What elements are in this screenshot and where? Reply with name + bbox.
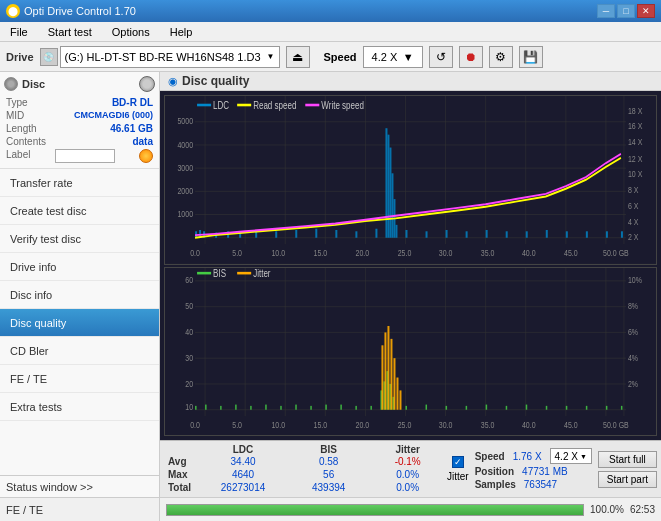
- eject-button[interactable]: ⏏: [286, 46, 310, 68]
- minimize-button[interactable]: ─: [597, 4, 615, 18]
- svg-rect-156: [393, 358, 395, 410]
- svg-rect-67: [486, 230, 488, 238]
- chart-header-icon: ◉: [168, 75, 178, 88]
- sidebar: Disc Type BD-R DL MID CMCMAGDI6 (000) Le…: [0, 72, 160, 497]
- speed-dropdown-arrow: ▼: [403, 51, 414, 63]
- sidebar-item-fe-te[interactable]: FE / TE: [0, 365, 159, 393]
- svg-text:4 X: 4 X: [628, 217, 639, 227]
- svg-rect-77: [237, 104, 251, 107]
- menu-start-test[interactable]: Start test: [42, 23, 98, 41]
- svg-text:45.0: 45.0: [564, 248, 578, 258]
- drive-bar: Drive 💿 (G:) HL-DT-ST BD-RE WH16NS48 1.D…: [0, 42, 661, 72]
- speed-selector[interactable]: 4.2 X ▼: [363, 46, 423, 68]
- sidebar-item-drive-info[interactable]: Drive info: [0, 253, 159, 281]
- svg-rect-72: [586, 231, 588, 237]
- svg-rect-53: [315, 229, 317, 238]
- refresh-button[interactable]: ↺: [429, 46, 453, 68]
- sidebar-item-cd-bler[interactable]: CD Bler: [0, 337, 159, 365]
- svg-rect-60: [391, 173, 393, 237]
- start-full-button[interactable]: Start full: [598, 451, 657, 468]
- svg-text:12 X: 12 X: [628, 154, 643, 164]
- sidebar-item-disc-info[interactable]: Disc info: [0, 281, 159, 309]
- svg-rect-58: [387, 135, 389, 238]
- status-window-link[interactable]: Status window >>: [0, 475, 159, 497]
- svg-text:BIS: BIS: [213, 268, 226, 279]
- disc-info-panel: Disc Type BD-R DL MID CMCMAGDI6 (000) Le…: [0, 72, 159, 169]
- svg-text:15.0: 15.0: [313, 248, 327, 258]
- sidebar-item-verify-test-disc[interactable]: Verify test disc: [0, 225, 159, 253]
- svg-rect-65: [446, 230, 448, 238]
- svg-text:4000: 4000: [177, 140, 193, 150]
- jitter-checkbox[interactable]: ✓: [452, 456, 464, 468]
- bottom-chart-panel: 60 50 40 30 20 10 10% 8% 6% 4% 2%: [164, 267, 657, 437]
- svg-text:10 X: 10 X: [628, 169, 643, 179]
- top-chart-svg: 5000 4000 3000 2000 1000 18 X 16 X 14 X …: [165, 96, 656, 264]
- sidebar-nav: Transfer rate Create test disc Verify te…: [0, 169, 159, 475]
- svg-rect-54: [335, 230, 337, 238]
- action-buttons: Start full Start part: [598, 451, 657, 488]
- charts-wrapper: 5000 4000 3000 2000 1000 18 X 16 X 14 X …: [160, 91, 661, 440]
- progress-bar: [166, 504, 584, 516]
- drive-value: (G:) HL-DT-ST BD-RE WH16NS48 1.D3: [65, 51, 261, 63]
- sidebar-item-create-test-disc[interactable]: Create test disc: [0, 197, 159, 225]
- drive-icon: 💿: [40, 48, 58, 66]
- svg-text:20.0: 20.0: [356, 248, 370, 258]
- speed-select-stats[interactable]: 4.2 X ▼: [550, 448, 592, 464]
- jitter-label: Jitter: [447, 471, 469, 482]
- svg-rect-81: [165, 268, 656, 436]
- svg-text:60: 60: [185, 275, 193, 285]
- speed-row: Speed 1.76 X 4.2 X ▼: [475, 448, 592, 464]
- settings-button[interactable]: ⚙: [489, 46, 513, 68]
- menu-help[interactable]: Help: [164, 23, 199, 41]
- disc-thumbnail: [139, 76, 155, 92]
- svg-text:20.0: 20.0: [356, 419, 370, 429]
- svg-rect-128: [280, 405, 282, 409]
- sidebar-item-transfer-rate[interactable]: Transfer rate: [0, 169, 159, 197]
- svg-rect-144: [486, 404, 488, 409]
- svg-text:45.0: 45.0: [564, 419, 578, 429]
- maximize-button[interactable]: □: [617, 4, 635, 18]
- disc-icon: [4, 77, 18, 91]
- svg-text:30.0: 30.0: [439, 248, 453, 258]
- svg-text:40: 40: [185, 327, 193, 337]
- drive-dropdown-arrow: ▼: [267, 52, 275, 61]
- svg-rect-127: [265, 404, 267, 409]
- svg-rect-73: [606, 231, 608, 237]
- svg-text:50.0 GB: 50.0 GB: [603, 248, 629, 258]
- svg-text:Jitter: Jitter: [253, 268, 270, 279]
- menu-file[interactable]: File: [4, 23, 34, 41]
- svg-text:35.0: 35.0: [481, 248, 495, 258]
- svg-rect-79: [305, 104, 319, 107]
- disc-panel-title: Disc: [22, 78, 45, 90]
- fe-te-label: FE / TE: [0, 498, 160, 521]
- svg-text:3000: 3000: [177, 163, 193, 173]
- svg-rect-70: [546, 230, 548, 238]
- svg-text:14 X: 14 X: [628, 137, 643, 147]
- svg-rect-133: [355, 405, 357, 409]
- disc-length-row: Length 46.61 GB: [4, 122, 155, 135]
- start-part-button[interactable]: Start part: [598, 471, 657, 488]
- close-button[interactable]: ✕: [637, 4, 655, 18]
- svg-rect-159: [197, 271, 211, 274]
- position-row: Position 47731 MB: [475, 466, 592, 477]
- svg-text:1000: 1000: [177, 209, 193, 219]
- label-icon: [139, 149, 153, 163]
- sidebar-item-disc-quality[interactable]: Disc quality: [0, 309, 159, 337]
- svg-rect-71: [566, 231, 568, 237]
- svg-rect-59: [389, 148, 391, 238]
- disc-contents-row: Contents data: [4, 135, 155, 148]
- svg-rect-158: [399, 390, 401, 409]
- record-button[interactable]: ⏺: [459, 46, 483, 68]
- svg-text:10.0: 10.0: [271, 248, 285, 258]
- menu-options[interactable]: Options: [106, 23, 156, 41]
- save-button[interactable]: 💾: [519, 46, 543, 68]
- svg-rect-56: [375, 229, 377, 238]
- svg-rect-154: [387, 325, 389, 409]
- main-layout: Disc Type BD-R DL MID CMCMAGDI6 (000) Le…: [0, 72, 661, 497]
- drive-selector[interactable]: (G:) HL-DT-ST BD-RE WH16NS48 1.D3 ▼: [60, 46, 280, 68]
- svg-rect-124: [220, 405, 222, 409]
- svg-text:6%: 6%: [628, 327, 638, 337]
- svg-text:8 X: 8 X: [628, 185, 639, 195]
- sidebar-item-extra-tests[interactable]: Extra tests: [0, 393, 159, 421]
- svg-rect-150: [606, 405, 608, 409]
